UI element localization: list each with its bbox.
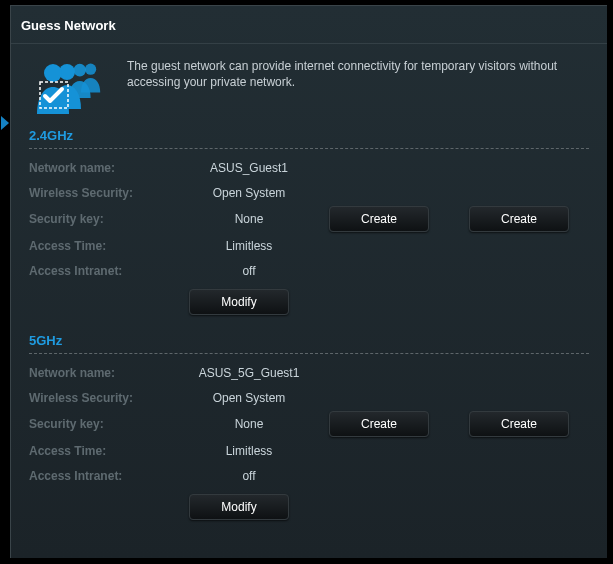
row-wireless-security-5: Wireless Security: Open System: [29, 385, 589, 410]
label-network-name: Network name:: [29, 366, 189, 380]
band-24ghz-title: 2.4GHz: [29, 122, 589, 146]
svg-point-1: [74, 64, 87, 77]
row-security-key-5: Security key: None Create Create: [29, 410, 589, 438]
band-24ghz-section: 2.4GHz Network name: ASUS_Guest1 Wireles…: [11, 118, 607, 323]
divider: [29, 353, 589, 354]
value-24-access-intranet: off: [189, 264, 309, 278]
modify-row-5: Modify: [29, 488, 589, 528]
label-network-name: Network name:: [29, 161, 189, 175]
label-access-intranet: Access Intranet:: [29, 469, 189, 483]
row-security-key: Security key: None Create Create: [29, 205, 589, 233]
divider: [29, 148, 589, 149]
row-access-intranet: Access Intranet: off: [29, 258, 589, 283]
row-network-name-5: Network name: ASUS_5G_Guest1: [29, 360, 589, 385]
modify-button-24[interactable]: Modify: [189, 289, 289, 315]
label-wireless-security: Wireless Security:: [29, 391, 189, 405]
modify-row-24: Modify: [29, 283, 589, 323]
intro-text: The guest network can provide internet c…: [127, 58, 587, 90]
svg-point-3: [44, 64, 62, 82]
row-access-time-5: Access Time: Limitless: [29, 438, 589, 463]
create-button-24-slot2[interactable]: Create: [329, 206, 429, 232]
label-access-intranet: Access Intranet:: [29, 264, 189, 278]
active-tab-pointer: [1, 116, 9, 130]
guest-network-panel: Guess Network The guest network can pr: [10, 5, 607, 558]
value-5-security-key: None: [189, 417, 309, 431]
label-security-key: Security key:: [29, 417, 189, 431]
value-24-security-key: None: [189, 212, 309, 226]
label-access-time: Access Time:: [29, 444, 189, 458]
value-24-wireless-security: Open System: [189, 186, 309, 200]
value-24-access-time: Limitless: [189, 239, 309, 253]
create-button-24-slot3[interactable]: Create: [469, 206, 569, 232]
band-5ghz-title: 5GHz: [29, 327, 589, 351]
value-5-wireless-security: Open System: [189, 391, 309, 405]
modify-button-5[interactable]: Modify: [189, 494, 289, 520]
band-5ghz-section: 5GHz Network name: ASUS_5G_Guest1 Wirele…: [11, 323, 607, 528]
create-buttons-5: Create Create: [309, 411, 589, 437]
label-access-time: Access Time:: [29, 239, 189, 253]
row-access-intranet-5: Access Intranet: off: [29, 463, 589, 488]
label-security-key: Security key:: [29, 212, 189, 226]
create-button-5-slot2[interactable]: Create: [329, 411, 429, 437]
value-24-network-name: ASUS_Guest1: [189, 161, 309, 175]
row-network-name: Network name: ASUS_Guest1: [29, 155, 589, 180]
create-buttons-24: Create Create: [309, 206, 589, 232]
value-5-access-time: Limitless: [189, 444, 309, 458]
guest-network-icon: [37, 60, 109, 114]
row-wireless-security: Wireless Security: Open System: [29, 180, 589, 205]
create-button-5-slot3[interactable]: Create: [469, 411, 569, 437]
row-access-time: Access Time: Limitless: [29, 233, 589, 258]
intro-block: The guest network can provide internet c…: [11, 44, 607, 118]
value-5-access-intranet: off: [189, 469, 309, 483]
label-wireless-security: Wireless Security:: [29, 186, 189, 200]
page-title: Guess Network: [11, 6, 607, 44]
svg-point-0: [85, 64, 96, 75]
value-5-network-name: ASUS_5G_Guest1: [189, 366, 309, 380]
